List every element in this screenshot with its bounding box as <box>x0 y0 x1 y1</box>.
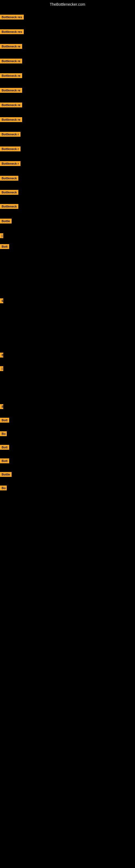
bottleneck-badge-2: Bottleneck res <box>0 29 24 34</box>
bottleneck-badge-7: Bottleneck re <box>0 102 22 107</box>
bottleneck-badge-25: Bott <box>0 458 9 463</box>
bottleneck-badge-16: | <box>0 233 3 238</box>
bottleneck-badge-3: Bottleneck re <box>0 44 22 49</box>
bottleneck-badge-9: Bottleneck r <box>0 132 20 137</box>
bottleneck-badge-1: Bottleneck res <box>0 14 24 20</box>
bottleneck-badge-10: Bottleneck r <box>0 147 20 151</box>
bottleneck-badge-18: 6 <box>0 299 3 303</box>
bottleneck-badge-26: Bottle <box>0 472 12 477</box>
bottleneck-badge-5: Bottleneck re <box>0 73 22 78</box>
bottleneck-badge-17: Bott <box>0 244 9 249</box>
site-title: TheBottlenecker.com <box>0 0 135 8</box>
bottleneck-badge-23: Bo <box>0 431 7 436</box>
bottleneck-badge-4: Bottleneck re <box>0 59 22 63</box>
bottleneck-badge-6: Bottleneck re <box>0 88 22 93</box>
bottleneck-badge-21: B <box>0 404 3 409</box>
bottleneck-badge-13: Bottleneck <box>0 190 18 195</box>
bottleneck-badge-20: | <box>0 366 3 371</box>
bottleneck-badge-22: Bott <box>0 418 9 423</box>
bottleneck-badge-27: Bo <box>0 486 7 490</box>
bottleneck-badge-24: Bott <box>0 445 9 450</box>
bottleneck-badge-11: Bottleneck r <box>0 161 20 166</box>
bottleneck-badge-12: Bottleneck <box>0 176 18 181</box>
bottleneck-badge-19: B <box>0 352 3 358</box>
bottleneck-badge-15: Bottle <box>0 219 12 223</box>
bottleneck-badge-14: Bottleneck <box>0 204 18 209</box>
bottleneck-badge-8: Bottleneck re <box>0 117 22 122</box>
